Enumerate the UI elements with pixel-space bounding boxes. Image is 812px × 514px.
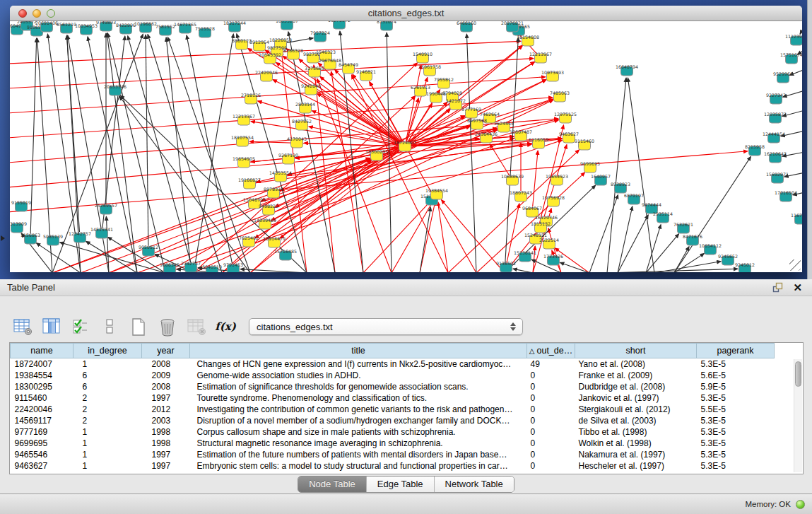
table-vertical-scrollbar[interactable] [794,359,802,472]
network-table-select[interactable]: citations_edges.txt [249,318,523,335]
graph-node[interactable]: 19166827 [238,177,261,189]
column-header-out_de[interactable]: △out_de… [527,344,575,358]
table-row[interactable]: 1872400712008Changes of HCN gene express… [11,358,775,370]
table-row[interactable]: 1938455462009Genome-wide association stu… [11,370,775,381]
graph-node[interactable]: 10653287 [276,21,298,30]
graph-node[interactable]: 16648794 [616,64,638,76]
graph-node[interactable]: 22420046 [255,70,278,81]
graph-node[interactable]: 12035872 [764,112,787,123]
graph-node[interactable]: 7515528 [195,26,215,37]
graph-node[interactable]: 1167533 [791,213,802,224]
graph-edge[interactable] [646,234,679,272]
graph-edge[interactable] [107,33,165,272]
graph-node[interactable]: 2522514 [539,238,559,249]
graph-node[interactable]: 16914479 [263,236,286,247]
graph-node[interactable]: 18807243 [510,190,532,201]
show-columns-button[interactable] [42,317,61,337]
graph-node[interactable]: 9306345 [160,262,180,272]
graph-node[interactable]: 8186328 [283,48,303,59]
table-row[interactable]: 969969511998Structural magnetic resonanc… [11,438,775,449]
graph-node[interactable]: 8454749 [339,62,358,74]
graph-edge[interactable] [607,269,738,272]
graph-node[interactable]: 8215958 [745,144,765,156]
graph-node[interactable]: 15692971 [766,172,789,183]
graph-edge[interactable] [109,130,498,273]
graph-node[interactable]: 15751074 [780,52,802,64]
graph-edge[interactable] [88,37,137,272]
graph-node[interactable]: 9146821 [356,69,376,81]
graph-node[interactable]: 2803144 [295,102,315,113]
table-row[interactable]: 2242004622012Investigating the contribut… [11,404,775,415]
graph-edge[interactable] [194,34,233,272]
graph-node[interactable]: 16961758 [418,64,441,76]
graph-node[interactable]: 1156863 [20,233,40,244]
graph-node[interactable]: 3313909 [10,221,27,233]
table-row[interactable]: 946554611997Estimation of the future num… [11,449,775,460]
graph-node[interactable]: 7625402 [239,235,259,247]
graph-edge[interactable] [533,151,538,206]
graph-node[interactable]: 9227343 [766,93,786,104]
graph-node[interactable]: 17016504 [775,190,797,201]
tab-network-table[interactable]: Network Table [434,477,514,492]
graph-node[interactable]: 15716485 [274,249,297,260]
graph-node[interactable]: 9699695 [580,161,600,173]
graph-node[interactable]: 14671365 [174,22,196,33]
select-mode-button[interactable] [71,317,90,337]
network-canvas[interactable]: 8604917240557291065152069140685612191083… [10,21,802,272]
graph-node[interactable]: 8640510 [202,264,222,272]
graph-edge[interactable] [52,116,465,272]
graph-node[interactable]: 1815132 [531,221,551,233]
graph-node[interactable]: 13276072 [328,21,351,29]
table-row[interactable]: 946362711997Embryonic stem cells: a mode… [11,460,775,472]
graph-node[interactable]: 10654112 [699,243,722,255]
node-table-scrollpane[interactable]: namein_degreeyeartitle△out_de…shortpager… [9,342,804,474]
table-options-button[interactable] [13,317,33,337]
graph-node[interactable]: 11123960 [785,34,802,45]
graph-edge[interactable] [466,34,476,272]
graph-edge[interactable] [442,200,505,272]
graph-node[interactable]: 7957224 [310,30,330,42]
graph-edge[interactable] [86,241,138,272]
graph-edge[interactable] [674,253,705,272]
graph-node[interactable]: 14515341 [90,227,113,238]
new-table-button[interactable] [129,317,148,337]
table-row[interactable]: 911546021997Tourette syndrome. Phenomeno… [11,392,775,404]
scrollbar-thumb[interactable] [795,361,801,387]
graph-edge[interactable] [505,37,518,272]
graph-node[interactable]: 24364436 [475,132,498,143]
graph-node[interactable]: 10973493 [541,70,564,81]
graph-node[interactable]: 20653346 [104,84,126,95]
graph-edge[interactable] [513,269,533,272]
graph-node[interactable]: 10834953 [75,23,98,35]
graph-node[interactable]: 12975125 [554,112,577,123]
graph-edge[interactable] [128,36,194,272]
graph-node[interactable]: 1640957 [591,174,611,185]
graph-node[interactable]: 8860123 [232,38,252,49]
graph-node[interactable]: 8938923 [611,182,630,193]
graph-node[interactable]: 12213967 [529,52,552,63]
column-header-name[interactable]: name [11,344,73,358]
column-header-title[interactable]: title [190,344,527,358]
graph-node[interactable]: 16154808 [517,35,539,46]
graph-node[interactable]: 9245012 [735,262,755,272]
graph-node[interactable]: 1733426 [543,254,563,265]
graph-node[interactable]: 7632621 [673,222,693,233]
table-row[interactable]: 977716911998Corpus callosum shape and si… [11,426,775,438]
table-row[interactable]: 1830029562008Estimation of significance … [11,381,775,392]
column-header-in_degree[interactable]: in_degree [73,344,142,358]
graph-node[interactable]: 12444154 [763,132,785,143]
graph-edge[interactable] [420,207,430,272]
delete-rows-button[interactable] [158,317,177,337]
graph-edge[interactable] [167,37,250,272]
graph-node[interactable]: 12342757 [69,231,91,243]
collapse-panel-arrow-icon[interactable] [1,235,5,241]
graph-node[interactable]: 9155019 [11,200,31,211]
resize-grip-icon[interactable] [789,259,801,271]
graph-node[interactable]: 10543392 [259,52,281,64]
graph-node[interactable]: 8422996 [116,23,136,34]
graph-node[interactable]: 8561219 [57,22,76,33]
graph-edge[interactable] [618,206,632,272]
table-row[interactable]: 1456911722003Disruption of a novel membe… [11,415,775,426]
graph-edge[interactable] [36,243,81,272]
graph-node[interactable]: 7581552 [155,24,175,35]
